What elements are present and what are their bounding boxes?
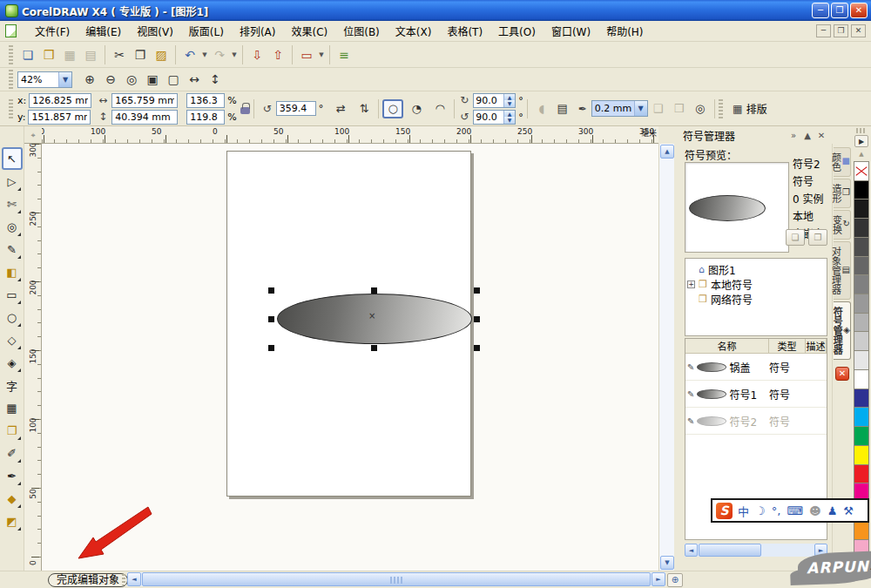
chevron-down-icon[interactable]: ▼: [634, 101, 647, 116]
object-height-field[interactable]: [111, 110, 178, 125]
import-button[interactable]: ⇩: [246, 44, 267, 65]
pie-mode-button[interactable]: ◔: [406, 99, 427, 118]
application-launcher-button[interactable]: ▭: [296, 44, 317, 65]
toolbar-grip[interactable]: [9, 45, 13, 64]
end-angle-field[interactable]: [474, 111, 503, 124]
color-swatch[interactable]: [854, 445, 869, 465]
color-swatch[interactable]: [854, 237, 869, 257]
menu-item[interactable]: 排列(A): [232, 21, 284, 41]
docker-close-button[interactable]: ✕: [814, 131, 828, 140]
paste-button[interactable]: ▨: [151, 44, 172, 65]
menu-item[interactable]: 效果(C): [283, 21, 335, 41]
menu-item[interactable]: 视图(V): [129, 21, 181, 41]
edit-symbol-button[interactable]: ❐: [808, 229, 827, 246]
minimize-button[interactable]: ─: [812, 3, 829, 18]
wrap-text-button[interactable]: ▤: [552, 99, 573, 118]
menu-item[interactable]: 窗口(W): [544, 21, 598, 41]
interactive-fill-tool[interactable]: ◩: [2, 510, 23, 532]
zoom-level-input[interactable]: [18, 72, 58, 87]
color-swatch[interactable]: [854, 389, 869, 409]
save-button[interactable]: ▦: [59, 44, 80, 65]
ellipse-tool[interactable]: ○: [2, 306, 23, 328]
undo-button[interactable]: ↶: [179, 44, 200, 65]
text-tool[interactable]: 字: [2, 374, 23, 396]
spin-up-icon[interactable]: ▲: [504, 111, 515, 118]
undo-button-dropdown[interactable]: ▼: [200, 44, 209, 65]
user-account-icon[interactable]: ☻: [809, 504, 821, 517]
menu-item[interactable]: 版面(L): [181, 21, 232, 41]
color-swatch[interactable]: [854, 350, 869, 370]
docker-rollup-button[interactable]: ▲: [800, 131, 814, 140]
lock-ratio-button[interactable]: [240, 103, 250, 114]
tab-object-manager[interactable]: ▤对象管理器: [834, 241, 851, 300]
selection-handle[interactable]: [268, 345, 274, 351]
open-button[interactable]: ❒: [38, 44, 59, 65]
mirror-vertical-button[interactable]: ⇅: [354, 99, 375, 118]
table-row[interactable]: ✎符号1符号: [685, 381, 827, 408]
menu-item[interactable]: 文本(X): [388, 21, 440, 41]
color-swatch[interactable]: [854, 407, 869, 427]
selection-handle[interactable]: [474, 316, 480, 322]
tab-shaping[interactable]: ❐造形: [834, 179, 851, 208]
layout-button[interactable]: ▦ 排版: [727, 101, 772, 116]
application-launcher-button-dropdown[interactable]: ▼: [317, 44, 326, 65]
table-tool[interactable]: ▦: [2, 396, 23, 419]
skin-icon[interactable]: ♟: [827, 504, 838, 517]
pan-zoom-button[interactable]: ⊕: [667, 573, 683, 587]
tree-item-图形1[interactable]: ⌂图形1: [687, 262, 825, 277]
docker-flyout-button[interactable]: »: [787, 131, 800, 140]
vertical-scrollbar[interactable]: ▲ ▼: [658, 144, 674, 571]
export-button[interactable]: ⇧: [267, 44, 288, 65]
selection-handle[interactable]: [371, 345, 377, 351]
behind-fill-button[interactable]: ❑: [648, 99, 669, 118]
column-header[interactable]: 类型: [769, 339, 806, 353]
vertical-ruler[interactable]: 300250200150100500: [24, 144, 42, 571]
zoom-tool[interactable]: ◎: [2, 215, 23, 238]
selection-handle[interactable]: [268, 287, 274, 294]
shape-tool[interactable]: ▷: [2, 170, 23, 193]
column-header[interactable]: 描述: [806, 339, 827, 353]
layout-toolbar-grip[interactable]: [719, 99, 723, 118]
scroll-left-button[interactable]: ◄: [685, 544, 698, 557]
color-swatch[interactable]: [854, 313, 869, 333]
polygon-tool[interactable]: ◇: [2, 328, 23, 351]
redo-button-dropdown[interactable]: ▼: [230, 44, 239, 65]
finish-editing-object-button[interactable]: 完成编辑对象: [48, 573, 128, 587]
insert-symbol-button[interactable]: ❏: [786, 229, 805, 246]
zoom-in-button[interactable]: ⊕: [79, 69, 100, 90]
tree-expander-icon[interactable]: +: [687, 280, 695, 288]
property-bar-grip[interactable]: [9, 99, 13, 118]
pick-tool[interactable]: ↖: [2, 147, 23, 170]
freehand-tool[interactable]: ✎: [2, 238, 23, 260]
fullwidth-moon-icon[interactable]: ☽: [755, 504, 766, 517]
scrollbar-thumb[interactable]: [142, 572, 651, 586]
menu-item[interactable]: 位图(B): [335, 21, 388, 41]
color-swatch[interactable]: [854, 180, 869, 200]
scroll-left-button[interactable]: ◄: [127, 572, 141, 586]
restore-button[interactable]: ❐: [831, 3, 848, 18]
spin-up-icon[interactable]: ▲: [504, 94, 515, 101]
scroll-down-button[interactable]: ▼: [660, 556, 674, 570]
color-swatch-none[interactable]: [854, 161, 869, 181]
docker-horizontal-scrollbar[interactable]: ◄ ►: [685, 544, 827, 557]
selection-handle[interactable]: [268, 316, 274, 322]
scale-with-image-button[interactable]: ❒: [669, 99, 690, 118]
start-angle-field[interactable]: [474, 94, 503, 107]
palette-grip[interactable]: [856, 128, 867, 133]
wireframe-button[interactable]: ◎: [690, 99, 711, 118]
selection-handle[interactable]: [474, 287, 480, 294]
color-swatch[interactable]: [854, 218, 869, 238]
object-width-field[interactable]: [111, 93, 178, 108]
zoom-selected-button[interactable]: ◎: [121, 69, 142, 90]
mdi-close-button[interactable]: ✕: [851, 24, 866, 37]
menu-item[interactable]: 表格(T): [439, 21, 490, 41]
selection-handle[interactable]: [371, 287, 377, 294]
menu-item[interactable]: 帮助(H): [598, 21, 651, 41]
scale-vertical-field[interactable]: [186, 110, 225, 125]
color-swatch[interactable]: [854, 274, 869, 294]
column-header[interactable]: 名称: [685, 339, 769, 353]
zoom-page-width-button[interactable]: ↔: [184, 69, 205, 90]
outline-width-input[interactable]: [592, 101, 634, 116]
menu-item[interactable]: 工具(O): [490, 21, 544, 41]
basic-shapes-tool[interactable]: ◈: [2, 351, 23, 374]
